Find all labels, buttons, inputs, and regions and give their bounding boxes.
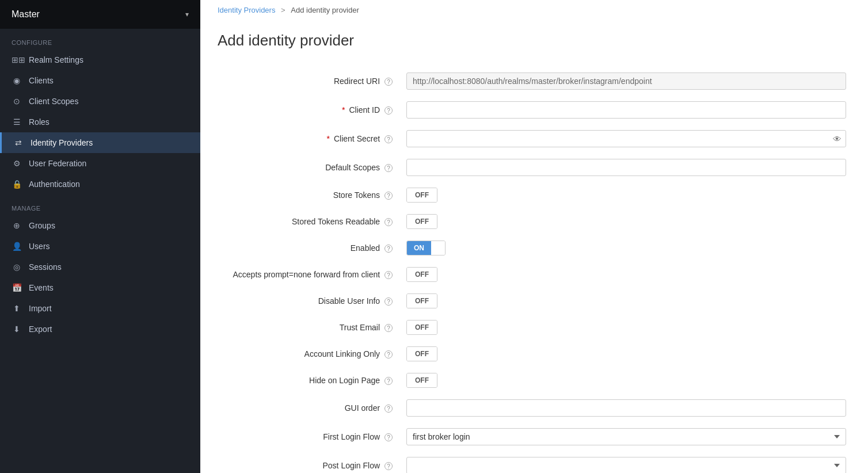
first-login-flow-select[interactable]: first broker login [406,428,846,445]
sidebar-item-identity-providers[interactable]: ⇄ Identity Providers [0,132,200,153]
sidebar-item-authentication[interactable]: 🔒 Authentication [0,174,200,194]
sidebar-item-label: User Federation [29,159,86,168]
client-secret-input[interactable] [406,130,846,147]
sidebar-item-export[interactable]: ⬇ Export [0,319,200,340]
client-id-input[interactable] [406,101,846,119]
post-login-flow-help-icon[interactable]: ? [384,462,393,470]
redirect-uri-input[interactable] [406,73,846,90]
first-login-flow-help-icon[interactable]: ? [384,433,393,441]
sidebar-item-groups[interactable]: ⊕ Groups [0,215,200,236]
sidebar-item-import[interactable]: ⬆ Import [0,298,200,319]
sidebar-item-label: Authentication [29,180,80,189]
sidebar-item-client-scopes[interactable]: ⊙ Client Scopes [0,91,200,112]
enabled-off-label [431,241,445,255]
post-login-flow-cell [402,451,851,473]
client-id-cell [402,96,851,124]
disable-user-info-row: Disable User Info ? OFF [218,288,851,314]
post-login-flow-label: Post Login Flow ? [218,451,402,473]
store-tokens-help-icon[interactable]: ? [384,192,393,200]
sidebar-item-users[interactable]: 👤 Users [0,236,200,257]
sidebar-item-user-federation[interactable]: ⚙ User Federation [0,153,200,174]
gui-order-help-icon[interactable]: ? [384,405,393,413]
sidebar-item-label: Realm Settings [29,55,83,64]
enabled-row: Enabled ? ON [218,235,851,261]
sidebar-item-roles[interactable]: ☰ Roles [0,112,200,132]
account-linking-row: Account Linking Only ? OFF [218,341,851,367]
breadcrumb: Identity Providers > Add identity provid… [200,0,868,20]
enabled-cell: ON [402,235,851,261]
default-scopes-label: Default Scopes ? [218,153,402,182]
stored-tokens-readable-toggle[interactable]: OFF [406,214,437,229]
first-login-flow-cell: first broker login [402,422,851,451]
sidebar-item-label: Events [29,283,54,292]
page-content: Add identity provider Redirect URI ? [200,20,868,473]
hide-login-help-icon[interactable]: ? [384,377,393,385]
stored-tokens-readable-off-label: OFF [407,215,437,228]
breadcrumb-current: Add identity provider [291,6,359,14]
gui-order-label: GUI order ? [218,394,402,422]
trust-email-off-label: OFF [407,321,437,334]
client-id-label: * Client ID ? [218,96,402,124]
grid-icon: ⊞ [12,55,22,64]
sidebar-item-realm-settings[interactable]: ⊞ Realm Settings [0,49,200,70]
client-secret-row: * Client Secret ? 👁 [218,124,851,153]
users-icon: 👤 [12,242,22,251]
sidebar: Master ▾ Configure ⊞ Realm Settings ◉ Cl… [0,0,200,473]
breadcrumb-parent-link[interactable]: Identity Providers [218,6,275,14]
client-secret-cell: 👁 [402,124,851,153]
stored-tokens-readable-label: Stored Tokens Readable ? [218,208,402,235]
sessions-icon: ◎ [12,262,22,272]
first-login-flow-row: First Login Flow ? first broker login [218,422,851,451]
default-scopes-input[interactable] [406,159,846,176]
gui-order-row: GUI order ? [218,394,851,422]
stored-tokens-readable-row: Stored Tokens Readable ? OFF [218,208,851,235]
disable-user-info-help-icon[interactable]: ? [384,297,393,306]
trust-email-toggle[interactable]: OFF [406,320,437,335]
sidebar-item-clients[interactable]: ◉ Clients [0,70,200,91]
realm-selector[interactable]: Master ▾ [0,0,200,29]
accepts-prompt-label: Accepts prompt=none forward from client … [218,261,402,288]
sidebar-item-events[interactable]: 📅 Events [0,277,200,298]
auth-icon: 🔒 [12,180,22,189]
sidebar-item-label: Roles [29,117,50,127]
sidebar-item-sessions[interactable]: ◎ Sessions [0,257,200,277]
account-linking-toggle[interactable]: OFF [406,346,437,361]
stored-tokens-readable-help-icon[interactable]: ? [384,218,393,226]
redirect-uri-row: Redirect URI ? [218,67,851,96]
page-title: Add identity provider [218,32,851,49]
trust-email-help-icon[interactable]: ? [384,324,393,332]
store-tokens-toggle[interactable]: OFF [406,188,437,203]
redirect-uri-help-icon[interactable]: ? [384,78,393,86]
sidebar-item-label: Export [29,325,52,334]
trust-email-row: Trust Email ? OFF [218,314,851,341]
post-login-flow-row: Post Login Flow ? [218,451,851,473]
accepts-prompt-help-icon[interactable]: ? [384,271,393,279]
client-id-help-icon[interactable]: ? [384,106,393,115]
breadcrumb-separator: > [281,6,287,14]
show-secret-button[interactable]: 👁 [833,134,842,144]
default-scopes-cell [402,153,851,182]
sidebar-item-label: Client Scopes [29,97,78,106]
enabled-toggle[interactable]: ON [406,241,446,255]
gui-order-input[interactable] [406,399,846,417]
idp-icon: ⇄ [13,138,24,147]
store-tokens-off-label: OFF [407,188,437,202]
client-secret-help-icon[interactable]: ? [384,135,393,143]
hide-login-toggle[interactable]: OFF [406,373,437,388]
store-tokens-label: Store Tokens ? [218,182,402,208]
export-icon: ⬇ [12,325,22,334]
accepts-prompt-toggle[interactable]: OFF [406,267,437,282]
account-linking-off-label: OFF [407,347,437,361]
disable-user-info-toggle[interactable]: OFF [406,293,437,308]
post-login-flow-select[interactable] [406,457,846,473]
import-icon: ⬆ [12,304,22,313]
disable-user-info-off-label: OFF [407,294,437,308]
sidebar-item-label: Identity Providers [31,138,93,147]
redirect-uri-cell [402,67,851,96]
enabled-help-icon[interactable]: ? [384,245,393,253]
sidebar-item-label: Users [29,242,50,251]
form-table: Redirect URI ? * Client ID ? [218,67,851,473]
account-linking-help-icon[interactable]: ? [384,350,393,358]
default-scopes-help-icon[interactable]: ? [384,164,393,172]
client-secret-wrapper: 👁 [406,130,846,147]
